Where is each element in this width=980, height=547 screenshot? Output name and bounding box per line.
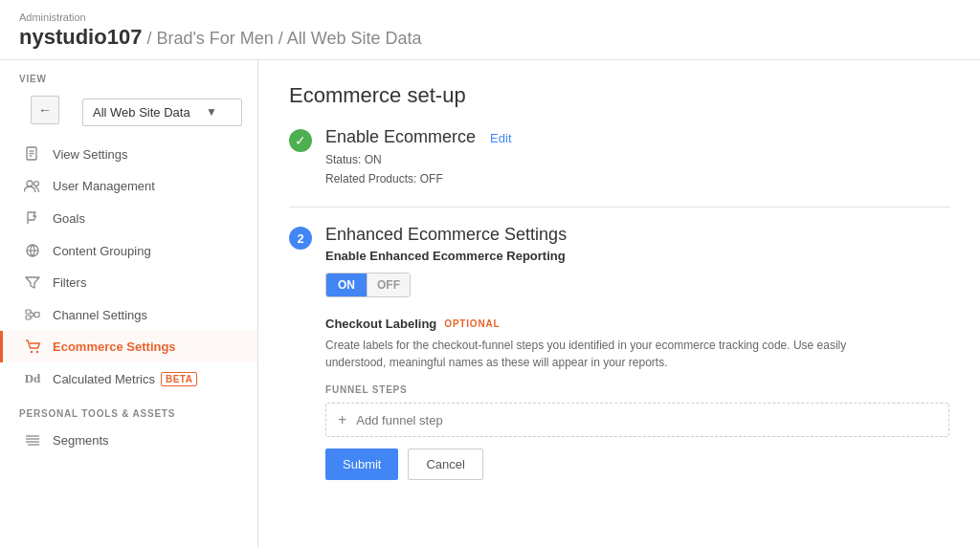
header: Administration nystudio107 / Brad's For … [0, 0, 980, 60]
svg-rect-10 [34, 313, 39, 317]
sidebar-item-label: Calculated Metrics [53, 372, 155, 386]
sidebar-item-user-management[interactable]: User Management [0, 170, 257, 202]
step1-icon: ✓ [289, 129, 312, 152]
sidebar-item-channel-settings[interactable]: Channel Settings [0, 298, 257, 331]
users-icon [22, 180, 43, 193]
toggle-wrap: ON OFF [325, 273, 949, 297]
svg-rect-9 [26, 316, 31, 319]
sidebar-item-goals[interactable]: Goals [0, 202, 257, 234]
svg-point-5 [34, 181, 39, 186]
sidebar-item-filters[interactable]: Filters [0, 267, 257, 298]
cancel-button[interactable]: Cancel [408, 449, 482, 480]
personal-section-label: PERSONAL TOOLS & ASSETS [0, 395, 257, 425]
back-icon: ← [38, 102, 52, 118]
optional-badge: OPTIONAL [444, 318, 500, 329]
plus-icon[interactable]: + [338, 411, 346, 428]
page-title: Ecommerce set-up [289, 83, 949, 108]
funnel-step-row[interactable]: + [325, 403, 949, 437]
sidebar-item-ecommerce-settings[interactable]: Ecommerce Settings [0, 331, 257, 362]
checkout-label-title: Checkout Labeling [325, 317, 436, 331]
sidebar-item-label: Segments [53, 433, 109, 448]
segments-icon [22, 434, 43, 448]
beta-badge: BETA [161, 372, 197, 386]
step-number: 2 [289, 227, 312, 250]
sidebar: VIEW ← All Web Site Data ▼ View Settings [0, 60, 258, 547]
step-1: ✓ Enable Ecommerce Edit Status: ON Relat… [289, 127, 949, 189]
toggle-off-label: OFF [367, 274, 410, 296]
funnel-step-input[interactable] [356, 413, 937, 427]
step2-icon: 2 [289, 227, 312, 250]
step2-content: Enhanced Ecommerce Settings Enable Enhan… [325, 225, 949, 480]
sidebar-item-label: User Management [53, 179, 155, 193]
sidebar-item-content-grouping[interactable]: Content Grouping [0, 234, 257, 267]
edit-link[interactable]: Edit [490, 131, 511, 145]
svg-point-13 [30, 351, 32, 353]
sidebar-item-label: Ecommerce Settings [53, 339, 176, 354]
filter-icon [22, 276, 43, 290]
sidebar-item-calculated-metrics[interactable]: Dd Calculated Metrics BETA [0, 362, 257, 395]
channel-icon [22, 307, 43, 322]
sidebar-item-label: Filters [53, 275, 86, 290]
step1-status: Status: ON Related Products: OFF [325, 151, 949, 188]
enhanced-ecommerce-subtitle: Enable Enhanced Ecommerce Reporting [325, 249, 949, 263]
step1-content: Enable Ecommerce Edit Status: ON Related… [325, 127, 949, 189]
svg-point-4 [27, 181, 33, 186]
sidebar-item-label: Goals [53, 211, 85, 226]
sidebar-item-view-settings[interactable]: View Settings [0, 138, 257, 170]
toggle-on-label: ON [326, 274, 367, 296]
back-button[interactable]: ← [31, 96, 59, 124]
cart-icon [22, 339, 43, 354]
checkout-desc: Create labels for the checkout-funnel st… [325, 337, 880, 371]
funnel-steps-label: FUNNEL STEPS [325, 384, 949, 395]
main-content: Ecommerce set-up ✓ Enable Ecommerce Edit… [258, 60, 980, 547]
submit-button[interactable]: Submit [325, 449, 398, 480]
admin-label: Administration [19, 11, 961, 23]
step-2: 2 Enhanced Ecommerce Settings Enable Enh… [289, 225, 949, 480]
divider [289, 207, 949, 208]
checkout-label-row: Checkout Labeling OPTIONAL [325, 317, 949, 331]
status-on: Status: ON [325, 151, 949, 169]
view-select[interactable]: All Web Site Data [82, 98, 242, 126]
svg-point-14 [35, 351, 37, 353]
dd-icon: Dd [22, 371, 43, 386]
breadcrumb-path: / Brad's For Men / All Web Site Data [142, 29, 421, 48]
ecommerce-toggle[interactable]: ON OFF [325, 273, 411, 297]
layout: VIEW ← All Web Site Data ▼ View Settings [0, 60, 980, 547]
account-name: nystudio107 [19, 25, 142, 49]
view-label: VIEW [0, 60, 257, 90]
content-icon [22, 243, 43, 258]
actions: Submit Cancel [325, 449, 949, 480]
step2-title: Enhanced Ecommerce Settings [325, 225, 949, 245]
sidebar-item-label: View Settings [53, 147, 128, 162]
doc-icon [22, 146, 43, 162]
breadcrumb: nystudio107 / Brad's For Men / All Web S… [19, 25, 961, 50]
svg-rect-8 [26, 310, 31, 314]
check-icon: ✓ [289, 129, 312, 152]
sidebar-item-label: Channel Settings [53, 308, 147, 322]
flag-icon [22, 210, 43, 226]
status-related: Related Products: OFF [325, 170, 949, 188]
step1-title: Enable Ecommerce Edit [325, 127, 949, 147]
sidebar-item-segments[interactable]: Segments [0, 425, 257, 456]
sidebar-item-label: Content Grouping [53, 244, 151, 258]
